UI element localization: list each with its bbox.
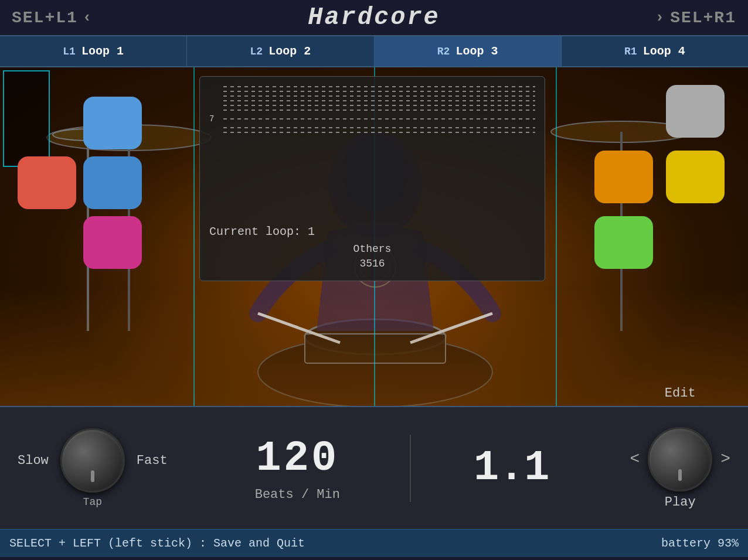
song-title: Hardcore <box>308 4 440 32</box>
dash-line-7 <box>223 118 535 119</box>
loop2-name: Loop 2 <box>268 45 311 58</box>
header: SEL+L1 ‹ Hardcore › SEL+R1 <box>0 0 748 35</box>
dash-row-2 <box>209 91 535 92</box>
play-knob[interactable] <box>648 427 712 491</box>
status-bar: SELECT + LEFT (left stick) : Save and Qu… <box>0 529 748 557</box>
beats-min-label: Beats / Min <box>255 487 340 502</box>
nav-right-label: SEL+R1 <box>670 9 736 27</box>
pad-blue-top[interactable] <box>83 97 142 149</box>
dash-row-8 <box>209 127 535 128</box>
nav-left-label: SEL+L1 <box>12 9 78 27</box>
loop2-btn-label: L2 <box>250 46 263 57</box>
loop3-name: Loop 3 <box>455 45 498 58</box>
position-section: 1.1 <box>411 444 612 492</box>
lane-divider-3 <box>556 67 557 406</box>
nav-arrows: < > <box>630 427 730 491</box>
pad-group-right <box>594 85 730 275</box>
pad-orange[interactable] <box>594 151 653 203</box>
tab-loop3[interactable]: R2 Loop 3 <box>375 36 562 66</box>
tab-loop2[interactable]: L2 Loop 2 <box>187 36 374 66</box>
edit-label: Edit <box>665 386 696 401</box>
dash-line-8 <box>223 127 535 128</box>
dash-line-6 <box>223 110 535 111</box>
nav-right[interactable]: › SEL+R1 <box>655 9 736 27</box>
loop1-btn-label: L1 <box>63 46 76 57</box>
bottom-bar: Slow Fast Tap 120 Beats / Min 1.1 Edit <… <box>0 406 748 529</box>
loop-tabs: L1 Loop 1 L2 Loop 2 R2 Loop 3 R1 Loop 4 <box>0 35 748 67</box>
dash-row-4 <box>209 100 535 101</box>
pad-row-bot <box>18 216 142 269</box>
dash-row-5 <box>209 105 535 106</box>
bpm-section: 120 Beats / Min <box>185 435 411 502</box>
loop1-name: Loop 1 <box>81 45 124 58</box>
play-knob-section: Edit < > Play <box>612 427 748 510</box>
dash-line-3 <box>223 95 535 97</box>
dash-row-3 <box>209 95 535 97</box>
dash-line-9 <box>223 132 535 133</box>
pad-empty-1 <box>594 85 653 138</box>
dash-line-2 <box>223 91 535 92</box>
dash-row-9 <box>209 132 535 133</box>
loop4-name: Loop 4 <box>643 45 685 58</box>
score-value: 3516 <box>209 257 535 271</box>
loop3-btn-label: R2 <box>437 46 450 57</box>
dashed-lines-area: 7 <box>209 86 535 219</box>
overlay-panel: 7 Current loop: 1 Others 3516 <box>199 76 545 281</box>
loop4-btn-label: R1 <box>624 46 637 57</box>
dash-line-4 <box>223 100 535 101</box>
lane-divider-1 <box>193 67 195 406</box>
dash-line-5 <box>223 105 535 106</box>
left-arrow[interactable]: < <box>630 450 640 468</box>
dash-row-7: 7 <box>209 114 535 124</box>
battery-text: battery 93% <box>661 537 739 550</box>
pad-group-left <box>18 97 142 269</box>
score-category: Others <box>209 242 535 257</box>
pad-red[interactable] <box>18 156 76 209</box>
tab-loop1[interactable]: L1 Loop 1 <box>0 36 187 66</box>
chevron-right-icon: › <box>655 9 666 26</box>
tap-label: Tap <box>83 496 102 508</box>
current-loop-label: Current loop: 1 <box>209 225 535 238</box>
chevron-left-icon: ‹ <box>83 9 93 26</box>
tempo-knob-section: Slow Fast Tap <box>0 428 185 508</box>
nav-left[interactable]: SEL+L1 ‹ <box>12 9 93 27</box>
pad-yellow[interactable] <box>666 151 725 203</box>
right-arrow[interactable]: > <box>720 450 730 468</box>
pad-green[interactable] <box>594 216 653 269</box>
pad-row-top <box>18 97 142 149</box>
dash-row-1 <box>209 86 535 87</box>
slow-label: Slow <box>18 453 49 468</box>
pad-empty-2 <box>666 216 725 269</box>
row-7-label: 7 <box>209 114 221 124</box>
overlay-score: Others 3516 <box>209 242 535 271</box>
knob-row: Slow Fast <box>18 428 168 493</box>
pad-gray[interactable] <box>666 85 725 138</box>
dash-line-1 <box>223 86 535 87</box>
pad-row-mid <box>18 156 142 209</box>
status-left-text: SELECT + LEFT (left stick) : Save and Qu… <box>9 537 305 550</box>
position-value: 1.1 <box>474 444 550 492</box>
tab-loop4[interactable]: R1 Loop 4 <box>562 36 748 66</box>
pad-blue-mid[interactable] <box>83 156 142 209</box>
pad-pink[interactable] <box>83 216 142 269</box>
main-area: 7 Current loop: 1 Others 3516 <box>0 67 748 406</box>
bpm-value: 120 <box>256 435 339 483</box>
play-label: Play <box>665 495 696 510</box>
tempo-knob[interactable] <box>60 428 125 493</box>
fast-label: Fast <box>137 453 168 468</box>
dash-row-6 <box>209 110 535 111</box>
